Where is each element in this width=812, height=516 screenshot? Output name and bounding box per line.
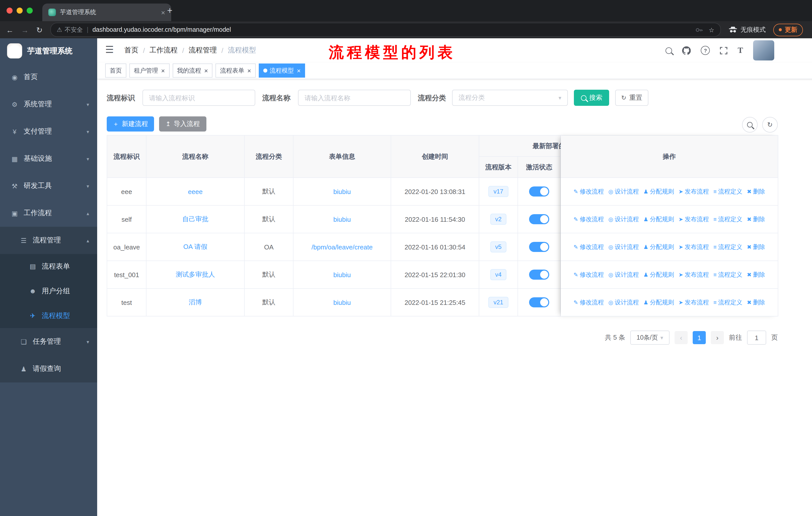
- action-design[interactable]: ◎设计流程: [608, 243, 639, 251]
- tag-my-process[interactable]: 我的流程×: [172, 63, 212, 78]
- tag-process-model[interactable]: 流程模型×: [259, 63, 305, 78]
- reload-icon[interactable]: ↻: [36, 26, 42, 33]
- tag-home[interactable]: 首页: [105, 63, 126, 78]
- active-toggle[interactable]: [529, 270, 549, 280]
- action-delete[interactable]: ✖删除: [747, 187, 765, 196]
- close-icon[interactable]: ×: [297, 67, 301, 74]
- sidebar-item-process-management[interactable]: ☰流程管理▴: [0, 227, 97, 254]
- sidebar-item-system-management[interactable]: ⚙系统管理▾: [0, 91, 97, 118]
- breadcrumb-item[interactable]: 流程管理: [189, 46, 217, 55]
- close-icon[interactable]: ×: [161, 67, 165, 74]
- action-publish[interactable]: ➤发布流程: [678, 243, 709, 251]
- sidebar-item-dev-tools[interactable]: ⚒研发工具▾: [0, 172, 97, 199]
- action-delete[interactable]: ✖删除: [747, 298, 765, 307]
- browser-tab[interactable]: 芋道管理系统 ×: [42, 3, 171, 21]
- action-publish[interactable]: ➤发布流程: [678, 270, 709, 279]
- page-size-select[interactable]: 10条/页 ▾: [630, 331, 670, 345]
- current-page-button[interactable]: 1: [693, 331, 706, 344]
- action-delete[interactable]: ✖删除: [747, 215, 765, 223]
- close-tab-icon[interactable]: ×: [161, 8, 165, 17]
- action-delete[interactable]: ✖删除: [747, 270, 765, 279]
- browser-menu-icon[interactable]: ⋮: [811, 25, 812, 34]
- action-design[interactable]: ◎设计流程: [608, 187, 639, 196]
- toggle-search-button[interactable]: [742, 117, 758, 133]
- tag-tenant-management[interactable]: 租户管理×: [129, 63, 169, 78]
- active-toggle[interactable]: [529, 297, 549, 307]
- sidebar-item-leave-query[interactable]: ♟请假查询: [0, 355, 97, 382]
- action-definition[interactable]: ≡流程定义: [713, 243, 742, 251]
- sidebar-item-task-management[interactable]: ❏任务管理▾: [0, 328, 97, 355]
- help-icon[interactable]: ?: [701, 46, 710, 55]
- process-name-link[interactable]: 自己审批: [182, 215, 208, 224]
- form-info-link[interactable]: biubiu: [333, 188, 351, 195]
- search-icon[interactable]: [666, 47, 672, 54]
- action-assign-rule[interactable]: ♟分配规则: [643, 270, 674, 279]
- close-icon[interactable]: ×: [247, 67, 251, 74]
- action-assign-rule[interactable]: ♟分配规则: [643, 243, 674, 251]
- process-name-link[interactable]: OA 请假: [183, 242, 207, 251]
- process-category-select[interactable]: 流程分类 ▾: [452, 90, 568, 106]
- action-assign-rule[interactable]: ♟分配规则: [643, 215, 674, 223]
- action-design[interactable]: ◎设计流程: [608, 215, 639, 223]
- font-size-icon[interactable]: T: [738, 46, 743, 55]
- action-modify[interactable]: ✎修改流程: [573, 270, 604, 279]
- security-warning[interactable]: ⚠ 不安全: [57, 25, 83, 34]
- sidebar-item-process-model[interactable]: ✈流程模型: [0, 303, 97, 328]
- form-info-link[interactable]: biubiu: [333, 215, 351, 223]
- process-name-link[interactable]: 滔博: [189, 298, 202, 307]
- process-id-input[interactable]: [142, 90, 255, 106]
- address-bar[interactable]: ⚠ 不安全 | dashboard.yudao.iocoder.cn/bpm/m…: [50, 23, 721, 37]
- import-process-button[interactable]: ↥ 导入流程: [159, 116, 206, 132]
- avatar[interactable]: [753, 40, 774, 60]
- refresh-table-button[interactable]: ↻: [762, 117, 778, 133]
- create-process-button[interactable]: ＋ 新建流程: [107, 116, 154, 132]
- form-info-link[interactable]: /bpm/oa/leave/create: [312, 243, 373, 251]
- action-modify[interactable]: ✎修改流程: [573, 187, 604, 196]
- update-button[interactable]: 更新: [773, 23, 803, 36]
- breadcrumb-item[interactable]: 工作流程: [149, 46, 178, 55]
- form-info-link[interactable]: biubiu: [333, 271, 351, 278]
- action-modify[interactable]: ✎修改流程: [573, 298, 604, 307]
- action-definition[interactable]: ≡流程定义: [713, 187, 742, 196]
- process-name-input[interactable]: [298, 90, 411, 106]
- forward-icon[interactable]: →: [21, 26, 29, 33]
- close-window-button[interactable]: [6, 7, 12, 13]
- goto-page-input[interactable]: [747, 331, 766, 345]
- zoom-window-button[interactable]: [27, 7, 33, 13]
- github-icon[interactable]: [683, 46, 691, 55]
- close-icon[interactable]: ×: [204, 67, 208, 74]
- action-design[interactable]: ◎设计流程: [608, 270, 639, 279]
- hamburger-icon[interactable]: ☰: [105, 45, 114, 54]
- bookmark-star-icon[interactable]: ☆: [709, 26, 714, 33]
- breadcrumb-item[interactable]: 首页: [124, 46, 139, 55]
- action-publish[interactable]: ➤发布流程: [678, 298, 709, 307]
- sidebar-item-home[interactable]: ◉首页: [0, 63, 97, 91]
- form-info-link[interactable]: biubiu: [333, 299, 351, 306]
- action-publish[interactable]: ➤发布流程: [678, 187, 709, 196]
- sidebar-item-workflow[interactable]: ▣工作流程▴: [0, 199, 97, 227]
- action-modify[interactable]: ✎修改流程: [573, 243, 604, 251]
- process-name-link[interactable]: eeee: [188, 188, 203, 195]
- key-icon[interactable]: [695, 26, 703, 33]
- minimize-window-button[interactable]: [17, 7, 23, 13]
- action-definition[interactable]: ≡流程定义: [713, 270, 742, 279]
- action-definition[interactable]: ≡流程定义: [713, 215, 742, 223]
- sidebar-item-payment-management[interactable]: ¥支付管理▾: [0, 118, 97, 145]
- active-toggle[interactable]: [529, 186, 549, 196]
- action-design[interactable]: ◎设计流程: [608, 298, 639, 307]
- sidebar-item-user-group[interactable]: ☻用户分组: [0, 279, 97, 303]
- active-toggle[interactable]: [529, 242, 549, 252]
- sidebar-item-infrastructure[interactable]: ▦基础设施▾: [0, 145, 97, 172]
- reset-button[interactable]: ↻ 重置: [615, 90, 648, 106]
- prev-page-button[interactable]: ‹: [674, 331, 688, 344]
- process-name-link[interactable]: 测试多审批人: [176, 270, 215, 279]
- action-assign-rule[interactable]: ♟分配规则: [643, 298, 674, 307]
- tag-process-form[interactable]: 流程表单×: [215, 63, 256, 78]
- back-icon[interactable]: ←: [6, 26, 13, 33]
- action-modify[interactable]: ✎修改流程: [573, 215, 604, 223]
- action-publish[interactable]: ➤发布流程: [678, 215, 709, 223]
- new-tab-button[interactable]: +: [167, 6, 172, 15]
- sidebar-item-process-form[interactable]: ▤流程表单: [0, 254, 97, 279]
- active-toggle[interactable]: [529, 214, 549, 224]
- action-definition[interactable]: ≡流程定义: [713, 298, 742, 307]
